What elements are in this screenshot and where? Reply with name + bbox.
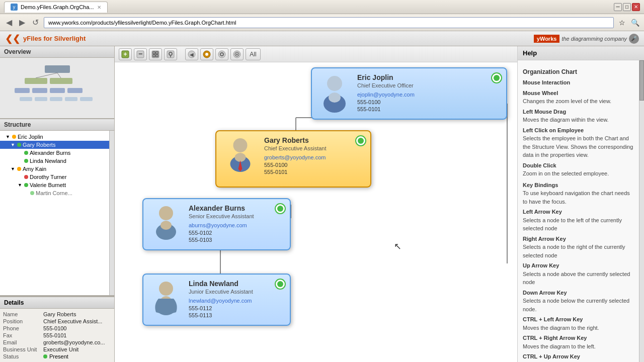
tree-label-eric: Eric Joplin: [18, 134, 43, 140]
tree-item-eric[interactable]: ▼ Eric Joplin: [0, 133, 109, 141]
help-header: Help: [518, 46, 644, 60]
detail-name-value: Gary Roberts: [43, 311, 111, 317]
tree-label-martin: Martin Corne...: [36, 190, 72, 196]
tree-item-linda[interactable]: Linda Newland: [0, 157, 109, 165]
tree-toggle-eric[interactable]: ▼: [6, 134, 11, 139]
gary-name: Gary Roberts: [264, 136, 365, 144]
diagram-canvas[interactable]: Eric Joplin Chief Executive Officer ejop…: [115, 62, 517, 362]
tree-toggle-valerie[interactable]: ▼: [18, 183, 23, 188]
svg-rect-0: [45, 65, 70, 73]
detail-fax-label: Fax: [3, 332, 43, 338]
detail-email-value: groberts@yoyodyne.co...: [43, 339, 111, 345]
help-lclick-label: Left Click on Employee: [523, 126, 634, 135]
help-lmd-text: Moves the diagram within the view.: [523, 116, 634, 124]
nav-target-btn[interactable]: [230, 48, 244, 60]
zoom-in-btn[interactable]: +: [119, 48, 132, 60]
overview-minimap: [0, 58, 114, 118]
minimize-btn[interactable]: ─: [614, 3, 622, 11]
tree-label-linda: Linda Newland: [30, 158, 66, 164]
help-lmd-label: Left Mouse Drag: [523, 108, 634, 116]
svg-point-30: [218, 51, 225, 58]
alex-status-icon: [275, 203, 286, 214]
back-btn[interactable]: ◀: [4, 17, 14, 28]
window-controls: ─ □ ✕: [614, 3, 640, 11]
svg-point-58: [159, 282, 173, 296]
detail-business-value: Executive Unit: [43, 346, 111, 352]
app-bar: ❮❮ yFiles for Silverlight yWorks the dia…: [0, 31, 644, 46]
forward-btn[interactable]: ▶: [17, 17, 27, 28]
alex-phone2: 555-0103: [189, 237, 285, 243]
detail-status-row: Status Present: [3, 353, 111, 360]
close-btn[interactable]: ✕: [632, 3, 640, 11]
card-gary[interactable]: Gary Roberts Chief Executive Assistant g…: [215, 130, 371, 188]
help-scrollbar[interactable]: [639, 60, 644, 362]
tree-item-dorothy[interactable]: Dorothy Turner: [0, 173, 109, 181]
svg-rect-2: [50, 78, 72, 84]
card-alex[interactable]: Alexander Burns Senior Executive Assista…: [142, 198, 291, 250]
tree-item-gary[interactable]: ▼ Gary Roberts: [0, 141, 109, 149]
svg-text:+: +: [123, 51, 127, 58]
tab-favicon: y: [11, 4, 18, 11]
tree-label-gary: Gary Roberts: [23, 142, 55, 148]
svg-rect-11: [80, 97, 93, 101]
help-dblclick-label: Double Click: [523, 161, 634, 170]
svg-rect-9: [50, 97, 62, 101]
browser-tab[interactable]: y Demo.yFiles.Graph.OrgCha... ✕: [4, 2, 108, 13]
card-ceo[interactable]: Eric Joplin Chief Executive Officer ejop…: [311, 67, 507, 120]
nav-dot-btn[interactable]: [200, 48, 213, 60]
gary-title: Chief Executive Assistant: [264, 145, 365, 151]
ceo-status-icon: [491, 72, 502, 83]
help-ctrl-left-text: Moves the diagram to the right.: [523, 324, 634, 332]
help-right-arrow-text: Selects a node to the right of the curre…: [523, 243, 634, 259]
tree-item-martin[interactable]: Martin Corne...: [0, 189, 109, 197]
help-dblclick-text: Zoom in on the selected employee.: [523, 169, 634, 178]
help-down-arrow-text: Selects a node below the currently selec…: [523, 297, 634, 313]
svg-rect-10: [65, 97, 77, 101]
export-btn[interactable]: [164, 48, 177, 60]
gary-status-icon: [355, 135, 366, 146]
zoom-out-btn[interactable]: −: [134, 48, 147, 60]
all-btn[interactable]: All: [246, 48, 261, 60]
help-ctrl-right-label: CTRL + Right Arrow Key: [523, 334, 634, 342]
tree-dot-gary: [17, 143, 21, 147]
left-sidebar: Overview: [0, 46, 115, 362]
tree-item-alexander[interactable]: Alexander Burns: [0, 149, 109, 157]
nav-circle-btn[interactable]: [215, 48, 228, 60]
help-ctrl-up-label: CTRL + Up Arrow Key: [523, 352, 634, 361]
tab-close-btn[interactable]: ✕: [97, 5, 101, 10]
ceo-name: Eric Joplin: [357, 73, 501, 81]
detail-status-label: Status: [3, 353, 43, 359]
detail-position-value: Chief Executive Assist...: [43, 318, 111, 324]
svg-rect-5: [50, 88, 65, 93]
tree-item-valerie[interactable]: ▼ Valerie Burnett: [0, 181, 109, 189]
help-right-arrow-label: Right Arrow Key: [523, 235, 634, 243]
overview-section: Overview: [0, 46, 114, 119]
star-icon[interactable]: ☆: [617, 18, 627, 28]
fit-btn[interactable]: [149, 48, 162, 60]
yworks-brand: yWorks the diagramming company 🎤: [534, 34, 639, 44]
help-mouse-interaction-title: Mouse Interaction: [523, 78, 634, 87]
search-icon[interactable]: 🔍: [630, 18, 640, 28]
canvas-area: + − ◀ All: [115, 46, 517, 362]
details-panel: Details Name Gary Roberts Position Chief…: [0, 296, 114, 362]
gary-card-info: Gary Roberts Chief Executive Assistant g…: [264, 136, 365, 175]
app-title: yFiles for Silverlight: [23, 35, 86, 42]
structure-header: Structure: [0, 119, 114, 131]
tree-label-dorothy: Dorothy Turner: [30, 174, 66, 180]
tree-dot-amy: [17, 167, 21, 171]
main-layout: Overview: [0, 46, 644, 362]
tree-toggle-gary[interactable]: ▼: [11, 142, 16, 147]
refresh-btn[interactable]: ↺: [30, 17, 41, 28]
nav-prev-btn[interactable]: ◀: [185, 48, 198, 60]
detail-position-row: Position Chief Executive Assist...: [3, 318, 111, 325]
structure-scrollbar[interactable]: [109, 131, 114, 295]
overview-panel[interactable]: [0, 58, 114, 118]
address-bar[interactable]: [44, 17, 614, 28]
svg-line-13: [57, 73, 61, 78]
maximize-btn[interactable]: □: [623, 3, 631, 11]
mic-icon: 🎤: [629, 34, 639, 44]
tree-item-amy[interactable]: ▼ Amy Kain: [0, 165, 109, 173]
tree-toggle-amy[interactable]: ▼: [11, 166, 16, 171]
card-linda[interactable]: Linda Newland Junior Executive Assistant…: [142, 274, 291, 326]
tree-label-alexander: Alexander Burns: [30, 150, 70, 156]
